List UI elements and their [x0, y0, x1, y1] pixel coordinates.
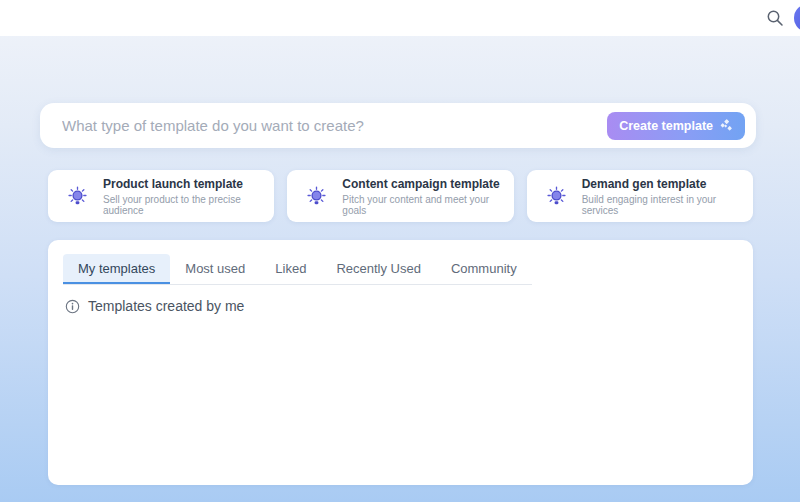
card-text: Content campaign template Pitch your con…: [342, 177, 513, 216]
card-text: Demand gen template Build engaging inter…: [582, 177, 753, 216]
card-subtitle: Build engaging interest in your services: [582, 194, 753, 216]
avatar[interactable]: [794, 4, 800, 32]
card-title: Content campaign template: [342, 177, 513, 191]
create-template-label: Create template: [619, 119, 713, 133]
empty-state-row: Templates created by me: [65, 298, 753, 314]
card-product-launch[interactable]: Product launch template Sell your produc…: [48, 170, 274, 222]
card-content-campaign[interactable]: Content campaign template Pitch your con…: [287, 170, 513, 222]
lightbulb-icon: [305, 185, 328, 208]
info-circle-icon: [65, 299, 80, 314]
card-text: Product launch template Sell your produc…: [103, 177, 274, 216]
prompt-bar: Create template: [40, 103, 756, 148]
tab-liked[interactable]: Liked: [260, 254, 321, 284]
create-template-button[interactable]: Create template: [607, 112, 745, 140]
tab-recently-used[interactable]: Recently Used: [321, 254, 436, 284]
top-bar: [0, 0, 800, 36]
templates-panel: My templates Most used Liked Recently Us…: [48, 240, 753, 485]
sparkle-diamonds-icon: [720, 119, 733, 132]
template-home-screen: Create template: [0, 0, 800, 502]
card-title: Demand gen template: [582, 177, 753, 191]
card-subtitle: Pitch your content and meet your goals: [342, 194, 513, 216]
search-icon[interactable]: [766, 9, 784, 27]
suggestion-cards-row: Product launch template Sell your produc…: [48, 170, 753, 222]
tab-most-used[interactable]: Most used: [170, 254, 260, 284]
template-prompt-input[interactable]: [40, 117, 607, 134]
card-title: Product launch template: [103, 177, 274, 191]
card-subtitle: Sell your product to the precise audienc…: [103, 194, 274, 216]
tabs-bar: My templates Most used Liked Recently Us…: [63, 254, 532, 285]
empty-state-text: Templates created by me: [88, 298, 244, 314]
tab-community[interactable]: Community: [436, 254, 532, 284]
lightbulb-icon: [545, 185, 568, 208]
tab-my-templates[interactable]: My templates: [63, 254, 170, 284]
lightbulb-icon: [66, 185, 89, 208]
card-demand-gen[interactable]: Demand gen template Build engaging inter…: [527, 170, 753, 222]
